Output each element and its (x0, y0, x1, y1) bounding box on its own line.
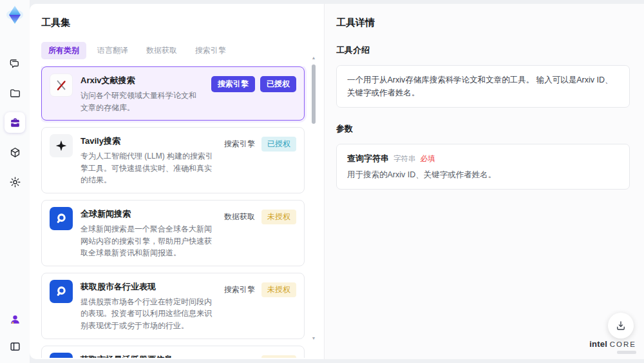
tool-list: Arxiv文献搜索 访问各个研究领域大量科学论文和文章的存储库。 搜索引擎 已授… (41, 66, 324, 358)
tool-category-badge: 搜索引擎 (223, 355, 256, 358)
tavily-tool-icon (50, 134, 73, 157)
tool-name: 全球新闻搜索 (80, 208, 215, 220)
tab-category-1[interactable]: 语言翻译 (90, 42, 135, 59)
tool-card[interactable]: 获取市场最活跃股票信息 提供当天交易量最高的股票列表，投资者可以利用这些信息来识… (41, 346, 305, 358)
cube-icon (9, 146, 21, 159)
app-logo-icon (4, 4, 26, 26)
scrollbar-down-arrow[interactable]: ▼ (311, 336, 316, 341)
tool-category-badge: 搜索引擎 (211, 76, 255, 92)
brand-word-intel: intel (589, 339, 607, 349)
tool-name: 获取股市各行业表现 (80, 281, 215, 293)
param-required-badge: 必填 (421, 154, 435, 164)
arxiv-tool-icon (50, 74, 73, 97)
rail-nav (5, 53, 25, 192)
left-rail (0, 0, 30, 363)
tab-category-0[interactable]: 所有类别 (41, 42, 86, 59)
tool-detail-panel: 工具详情 工具介绍 一个用于从Arxiv存储库搜索科学论文和文章的工具。 输入可… (324, 4, 644, 359)
panel-toggle-icon[interactable] (5, 336, 25, 357)
download-button[interactable] (608, 313, 634, 338)
tool-auth-badge: 未授权 (261, 355, 296, 358)
tool-card[interactable]: Tavily搜索 专为人工智能代理 (LLM) 构建的搜索引擎工具。可快速提供实… (41, 127, 305, 193)
tool-category-badge: 搜索引擎 (223, 137, 256, 152)
sidebar-item-tools[interactable] (5, 112, 25, 133)
chat-icon (9, 57, 21, 70)
sidebar-item-settings[interactable] (5, 172, 25, 192)
brand-sub-badge (617, 351, 636, 354)
download-icon (615, 320, 627, 331)
param-card: 查询字符串 字符串 必填 用于搜索的Arxiv ID、关键字或作者姓名。 (336, 144, 630, 190)
tool-card[interactable]: 获取股市各行业表现 提供股票市场各个行业在特定时间段内的表现。投资者可以利用这些… (41, 273, 305, 339)
app-canvas: 工具集 所有类别语言翻译数据获取搜索引擎 Arxiv文献搜索 访问各个研究领域大… (30, 4, 644, 359)
tool-intro-box: 一个用于从Arxiv存储库搜索科学论文和文章的工具。 输入可以是Arxiv ID… (336, 65, 630, 108)
tool-auth-badge: 未授权 (261, 210, 296, 224)
param-description: 用于搜索的Arxiv ID、关键字或作者姓名。 (347, 170, 619, 181)
params-heading: 参数 (336, 123, 630, 135)
tool-description: 全球新闻搜索是一个聚合全球各大新闻网站内容的搜索引擎，帮助用户快速获取全球最新资… (80, 223, 215, 259)
user-avatar-icon[interactable] (5, 309, 25, 329)
tab-category-2[interactable]: 数据获取 (139, 42, 184, 59)
scrollbar-thumb[interactable] (312, 64, 316, 124)
tool-auth-badge: 未授权 (261, 282, 296, 297)
tool-auth-badge: 已授权 (260, 76, 296, 92)
page-title: 工具集 (41, 17, 324, 29)
tools-panel: 工具集 所有类别语言翻译数据获取搜索引擎 Arxiv文献搜索 访问各个研究领域大… (30, 4, 324, 359)
brand-word-core: CORE (610, 340, 636, 348)
tool-category-badge: 搜索引擎 (223, 282, 256, 297)
tool-description: 专为人工智能代理 (LLM) 构建的搜索引擎工具。可快速提供实时、准确和真实的结… (80, 150, 215, 186)
intel-core-logo: intel CORE (589, 339, 636, 354)
tool-name: Tavily搜索 (80, 135, 215, 147)
list-scrollbar[interactable]: ▲ ▼ (311, 55, 316, 341)
sidebar-item-plugins[interactable] (5, 142, 25, 162)
param-type: 字符串 (393, 154, 416, 164)
tool-card[interactable]: 全球新闻搜索 全球新闻搜索是一个聚合全球各大新闻网站内容的搜索引擎，帮助用户快速… (41, 200, 305, 266)
gear-icon (9, 176, 21, 188)
sidebar-item-chat[interactable] (5, 53, 25, 74)
tab-category-3[interactable]: 搜索引擎 (188, 42, 233, 59)
detail-title: 工具详情 (336, 17, 630, 29)
scrollbar-up-arrow[interactable]: ▲ (311, 55, 316, 61)
intro-heading: 工具介绍 (336, 44, 630, 56)
tool-card[interactable]: Arxiv文献搜索 访问各个研究领域大量科学论文和文章的存储库。 搜索引擎 已授… (41, 66, 305, 121)
bluesearch-tool-icon (50, 353, 73, 358)
tool-auth-badge: 已授权 (261, 137, 296, 152)
bluesearch-tool-icon (50, 207, 73, 230)
bluesearch-tool-icon (50, 280, 73, 303)
param-name: 查询字符串 (347, 153, 389, 164)
folder-icon (9, 87, 21, 99)
tool-name: Arxiv文献搜索 (80, 75, 204, 86)
sidebar-item-folder[interactable] (5, 83, 25, 103)
tool-description: 访问各个研究领域大量科学论文和文章的存储库。 (80, 90, 204, 113)
tool-description: 提供股票市场各个行业在特定时间段内的表现。投资者可以利用这些信息来识别表现优于或… (80, 296, 215, 332)
tool-name: 获取市场最活跃股票信息 (80, 354, 215, 358)
tool-category-badge: 数据获取 (223, 210, 256, 224)
toolbox-icon (9, 117, 21, 129)
category-tabs: 所有类别语言翻译数据获取搜索引擎 (41, 42, 324, 59)
